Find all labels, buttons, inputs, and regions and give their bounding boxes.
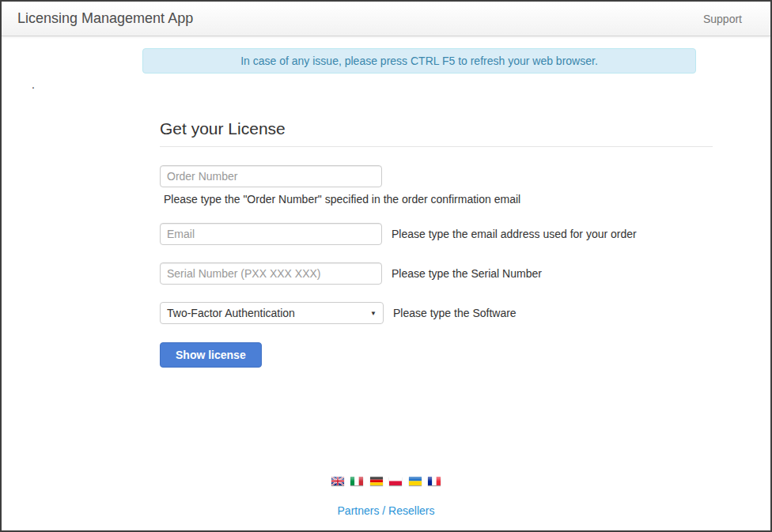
page-title: Get your License [160, 119, 713, 147]
language-flags [2, 474, 770, 488]
software-select[interactable]: Two-Factor Authentication [160, 302, 384, 324]
flag-poland-icon[interactable] [389, 477, 402, 485]
app-window: { "navbar": { "title": "Licensing Manage… [0, 0, 772, 532]
software-help: Please type the Software [393, 307, 517, 319]
order-number-input[interactable] [160, 165, 382, 187]
email-group: Please type the email address used for y… [160, 223, 713, 245]
serial-number-input[interactable] [160, 262, 382, 285]
serial-number-group: Please type the Serial Number [160, 262, 713, 285]
navbar: Licensing Management App Support [2, 2, 770, 36]
stray-period: . [32, 78, 35, 91]
link-separator: / [379, 504, 388, 517]
flag-france-icon[interactable] [428, 477, 441, 485]
email-input[interactable] [160, 223, 382, 245]
order-number-group: Please type the "Order Number" specified… [160, 165, 713, 206]
order-number-help: Please type the "Order Number" specified… [164, 193, 713, 206]
flag-germany-icon[interactable] [370, 477, 383, 485]
license-form: Get your License Please type the "Order … [160, 119, 713, 368]
resellers-link[interactable]: Resellers [388, 504, 434, 517]
software-select-wrap: Two-Factor Authentication ▼ [160, 302, 384, 324]
flag-united-kingdom-icon[interactable] [331, 477, 344, 485]
flag-ukraine-icon[interactable] [409, 477, 422, 485]
partners-link[interactable]: Partners [338, 504, 380, 517]
info-alert: In case of any issue, please press CTRL … [142, 48, 696, 74]
support-link[interactable]: Support [703, 13, 742, 25]
show-license-button[interactable]: Show license [160, 342, 262, 368]
footer-links: Partners / Resellers [2, 504, 770, 517]
software-group: Two-Factor Authentication ▼ Please type … [160, 302, 713, 324]
email-help: Please type the email address used for y… [392, 228, 637, 240]
serial-number-help: Please type the Serial Number [392, 267, 542, 280]
flag-italy-icon[interactable] [350, 477, 363, 485]
app-title: Licensing Management App [17, 10, 193, 27]
